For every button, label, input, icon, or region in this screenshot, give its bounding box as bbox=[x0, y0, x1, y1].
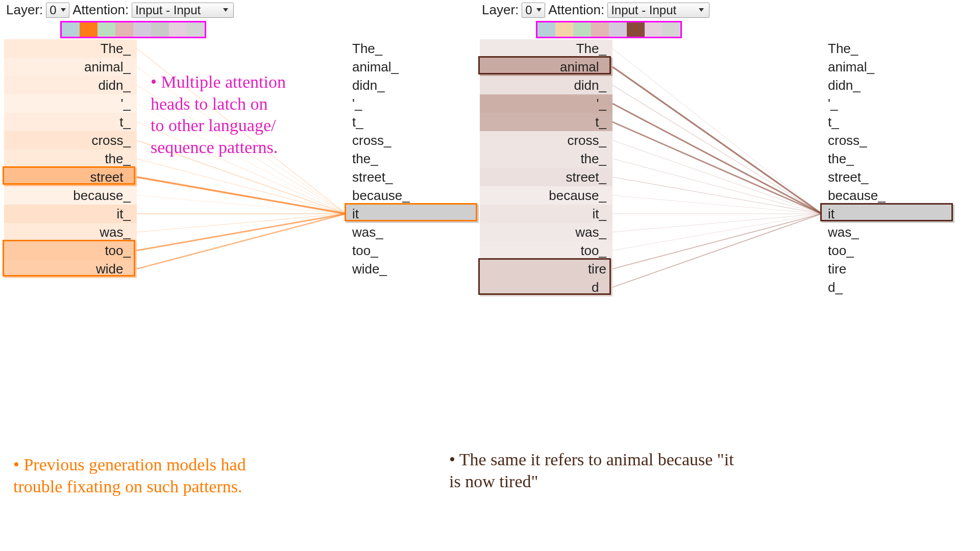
attention-head-swatch-4[interactable] bbox=[133, 22, 151, 37]
attention-select-value: Input - Input bbox=[611, 3, 676, 17]
token[interactable]: too_ bbox=[346, 241, 479, 260]
token[interactable]: didn_ bbox=[4, 76, 137, 94]
token[interactable]: because_ bbox=[4, 186, 137, 205]
token[interactable]: was_ bbox=[4, 223, 137, 241]
attention-columns: The_animal_didn_'_t_cross_the_street_bec… bbox=[480, 39, 944, 325]
token[interactable]: tire bbox=[822, 260, 954, 278]
svg-line-10 bbox=[137, 214, 346, 232]
attention-head-swatch-1[interactable] bbox=[555, 22, 573, 37]
svg-line-25 bbox=[612, 214, 822, 269]
attention-head-strip[interactable] bbox=[536, 21, 682, 38]
token[interactable]: street_ bbox=[480, 168, 612, 186]
token[interactable]: it_ bbox=[480, 205, 612, 223]
token[interactable]: didn_ bbox=[346, 76, 479, 94]
token[interactable]: The_ bbox=[480, 39, 612, 58]
attention-head-swatch-7[interactable] bbox=[187, 22, 205, 37]
attention-head-swatch-2[interactable] bbox=[97, 22, 115, 37]
token[interactable]: t_ bbox=[480, 113, 612, 131]
token[interactable]: didn_ bbox=[480, 76, 612, 94]
token[interactable]: the_ bbox=[480, 149, 612, 168]
attention-head-swatch-5[interactable] bbox=[627, 22, 645, 37]
layer-label: Layer: bbox=[482, 2, 519, 18]
token[interactable]: The_ bbox=[346, 39, 479, 58]
attention-highlight-box bbox=[478, 258, 611, 295]
svg-line-14 bbox=[612, 67, 822, 214]
attention-highlight-box bbox=[3, 240, 135, 277]
token[interactable]: animal_ bbox=[346, 58, 479, 76]
token[interactable]: was_ bbox=[822, 223, 954, 241]
token[interactable]: t_ bbox=[4, 113, 137, 131]
token[interactable]: '_ bbox=[4, 94, 137, 113]
source-token-column: The_animal_didn_'_t_cross_the_street_bec… bbox=[4, 39, 137, 278]
token[interactable]: The_ bbox=[822, 39, 954, 58]
target-token-column: The_animal_didn_'_t_cross_the_street_bec… bbox=[346, 39, 479, 278]
svg-line-7 bbox=[137, 177, 346, 214]
token[interactable]: '_ bbox=[480, 94, 612, 113]
token[interactable]: the_ bbox=[4, 149, 137, 168]
token[interactable]: because_ bbox=[822, 186, 954, 205]
target-token-column: The_animal_didn_'_t_cross_the_street_bec… bbox=[822, 39, 954, 296]
token[interactable]: because_ bbox=[480, 186, 612, 205]
token[interactable]: cross_ bbox=[480, 131, 612, 149]
token[interactable]: it_ bbox=[4, 205, 137, 223]
controls-row: Layer: 0 Attention: Input - Input bbox=[480, 0, 944, 20]
token[interactable]: animal_ bbox=[822, 58, 954, 76]
attention-head-swatch-0[interactable] bbox=[537, 22, 555, 37]
svg-line-17 bbox=[612, 122, 822, 214]
svg-line-11 bbox=[137, 214, 346, 251]
token[interactable]: '_ bbox=[346, 94, 479, 113]
attention-select[interactable]: Input - Input bbox=[132, 3, 234, 18]
chevron-down-icon bbox=[699, 8, 704, 12]
attention-select[interactable]: Input - Input bbox=[607, 3, 709, 18]
attention-head-swatch-6[interactable] bbox=[169, 22, 187, 37]
token[interactable]: street_ bbox=[822, 168, 954, 186]
svg-line-18 bbox=[612, 140, 822, 214]
attention-head-swatch-5[interactable] bbox=[151, 22, 169, 37]
token[interactable]: cross_ bbox=[346, 131, 479, 149]
attention-head-swatch-7[interactable] bbox=[663, 22, 680, 37]
token[interactable]: cross_ bbox=[822, 131, 954, 149]
token[interactable]: animal_ bbox=[4, 58, 137, 76]
attention-label: Attention: bbox=[548, 2, 604, 18]
svg-line-16 bbox=[612, 104, 822, 214]
attention-head-swatch-2[interactable] bbox=[573, 22, 591, 37]
token[interactable]: because_ bbox=[346, 186, 479, 205]
attention-head-swatch-4[interactable] bbox=[609, 22, 627, 37]
chevron-down-icon bbox=[223, 8, 228, 12]
attention-head-swatch-6[interactable] bbox=[645, 22, 663, 37]
token[interactable]: '_ bbox=[822, 94, 954, 113]
token[interactable]: was_ bbox=[346, 223, 479, 241]
attention-head-swatch-3[interactable] bbox=[115, 22, 133, 37]
token[interactable]: street_ bbox=[346, 168, 479, 186]
token[interactable]: wide_ bbox=[346, 260, 479, 278]
token[interactable]: didn_ bbox=[822, 76, 954, 94]
svg-line-20 bbox=[612, 177, 822, 214]
token[interactable]: cross_ bbox=[4, 131, 137, 149]
attention-head-swatch-0[interactable] bbox=[62, 22, 80, 37]
layer-select[interactable]: 0 bbox=[46, 3, 69, 18]
token[interactable]: d_ bbox=[822, 278, 954, 296]
controls-row: Layer: 0 Attention: Input - Input bbox=[4, 0, 469, 20]
token[interactable]: the_ bbox=[346, 149, 479, 168]
attention-label: Attention: bbox=[72, 2, 129, 18]
attention-highlight-box bbox=[478, 56, 611, 74]
svg-line-26 bbox=[612, 214, 822, 287]
svg-line-15 bbox=[612, 85, 822, 214]
svg-line-23 bbox=[612, 214, 822, 232]
token[interactable]: the_ bbox=[822, 149, 954, 168]
token[interactable]: too_ bbox=[822, 241, 954, 260]
attention-head-strip[interactable] bbox=[60, 21, 206, 38]
token[interactable]: The_ bbox=[4, 39, 137, 58]
attention-head-swatch-1[interactable] bbox=[80, 22, 97, 37]
svg-line-13 bbox=[612, 48, 822, 214]
svg-line-6 bbox=[137, 159, 346, 214]
token[interactable]: was_ bbox=[480, 223, 612, 241]
svg-line-8 bbox=[137, 195, 346, 214]
token[interactable]: too_ bbox=[480, 241, 612, 260]
token[interactable]: t_ bbox=[822, 113, 954, 131]
annotation-it-refers-animal: • The same it refers to animal because "… bbox=[449, 449, 873, 492]
attention-head-swatch-3[interactable] bbox=[591, 22, 609, 37]
attention-highlight-box bbox=[3, 166, 135, 185]
token[interactable]: t_ bbox=[346, 113, 479, 131]
layer-select[interactable]: 0 bbox=[522, 3, 545, 18]
